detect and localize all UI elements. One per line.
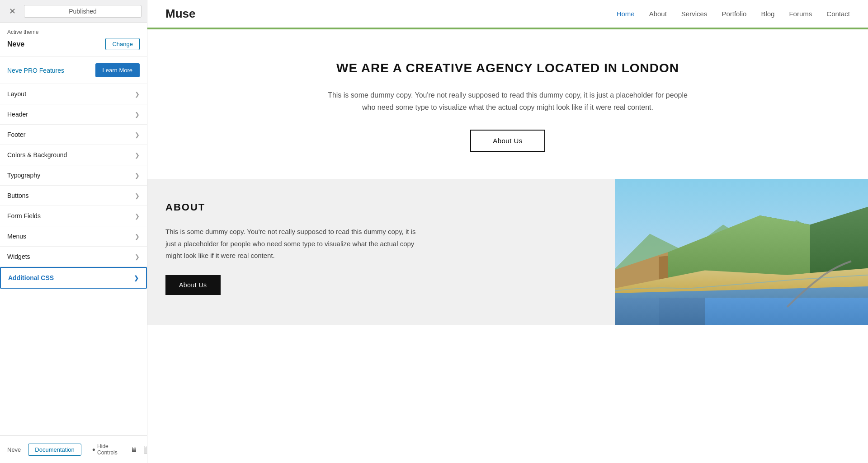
tablet-icon[interactable]: ⬜	[142, 444, 147, 455]
chevron-icon: ❯	[135, 131, 140, 138]
menu-item-label: Form Fields	[7, 212, 41, 220]
desktop-icon[interactable]: 🖥	[128, 444, 139, 454]
menu-item-label: Menus	[7, 233, 26, 240]
about-content: ABOUT This is some dummy copy. You're no…	[147, 179, 615, 325]
menu-item-label: Layout	[7, 90, 26, 98]
preview-area: Muse HomeAboutServicesPortfolioBlogForum…	[147, 0, 868, 463]
nav-link-home[interactable]: Home	[617, 10, 635, 18]
menu-item-label: Typography	[7, 172, 40, 179]
neve-pro-label: Neve PRO Features	[7, 67, 64, 74]
chevron-icon: ❯	[135, 111, 140, 118]
menu-item-label: Colors & Background	[7, 151, 67, 159]
menu-list: Layout❯Header❯Footer❯Colors & Background…	[0, 84, 147, 289]
menu-item-colors-background[interactable]: Colors & Background❯	[0, 145, 147, 165]
about-text: This is some dummy copy. You're not real…	[165, 226, 419, 262]
about-image	[615, 179, 868, 325]
chevron-icon: ❯	[135, 253, 140, 260]
hero-about-button[interactable]: About Us	[470, 130, 545, 152]
nav-link-portfolio[interactable]: Portfolio	[722, 10, 746, 18]
about-title: ABOUT	[165, 201, 597, 213]
svg-marker-7	[615, 286, 868, 325]
menu-item-additional-css[interactable]: Additional CSS❯	[0, 267, 147, 289]
published-badge: Published	[24, 5, 142, 18]
menu-item-typography[interactable]: Typography❯	[0, 165, 147, 186]
hide-controls-label: Hide Controls	[97, 443, 118, 456]
learn-more-button[interactable]: Learn More	[95, 63, 140, 77]
chevron-icon: ❯	[135, 192, 140, 199]
customizer-panel: ✕ Published Active theme Neve Change Nev…	[0, 0, 147, 463]
documentation-button[interactable]: Documentation	[28, 444, 81, 456]
nav-link-contact[interactable]: Contact	[826, 10, 850, 18]
nav-link-blog[interactable]: Blog	[761, 10, 774, 18]
menu-item-widgets[interactable]: Widgets❯	[0, 247, 147, 267]
chevron-icon: ❯	[135, 172, 140, 179]
bottom-bar: Neve Documentation ● Hide Controls 🖥 ⬜ 📱	[0, 435, 147, 463]
menu-item-menus[interactable]: Menus❯	[0, 226, 147, 247]
menu-item-label: Footer	[7, 131, 25, 138]
menu-item-label: Buttons	[7, 192, 28, 199]
hide-controls-button[interactable]: ● Hide Controls	[89, 441, 121, 458]
about-section: ABOUT This is some dummy copy. You're no…	[147, 179, 868, 325]
site-header: Muse HomeAboutServicesPortfolioBlogForum…	[147, 0, 868, 29]
menu-item-footer[interactable]: Footer❯	[0, 125, 147, 145]
menu-item-label: Header	[7, 111, 28, 118]
hero-section: WE ARE A CREATIVE AGENCY LOCATED IN LOND…	[147, 29, 868, 179]
hero-title: WE ARE A CREATIVE AGENCY LOCATED IN LOND…	[165, 61, 850, 75]
menu-item-label: Additional CSS	[8, 274, 54, 281]
menu-item-form-fields[interactable]: Form Fields❯	[0, 206, 147, 226]
neve-name: Neve	[7, 40, 24, 48]
chevron-icon: ❯	[135, 233, 140, 240]
active-theme-section: Active theme Neve Change	[0, 23, 147, 57]
device-icons: 🖥 ⬜ 📱	[128, 444, 147, 455]
hero-text: This is some dummy copy. You're not real…	[322, 89, 693, 113]
menu-item-label: Widgets	[7, 253, 30, 260]
chevron-icon: ❯	[135, 213, 140, 220]
chevron-icon: ❯	[134, 275, 139, 281]
site-nav: HomeAboutServicesPortfolioBlogForumsCont…	[617, 10, 850, 18]
circle-icon: ●	[92, 446, 95, 453]
active-theme-label: Active theme	[7, 29, 140, 35]
neve-pro-section: Neve PRO Features Learn More	[0, 57, 147, 84]
menu-item-layout[interactable]: Layout❯	[0, 84, 147, 104]
nav-link-forums[interactable]: Forums	[789, 10, 812, 18]
chevron-icon: ❯	[135, 152, 140, 159]
menu-item-header[interactable]: Header❯	[0, 104, 147, 125]
chevron-icon: ❯	[135, 91, 140, 98]
nav-link-about[interactable]: About	[649, 10, 667, 18]
about-button[interactable]: About Us	[165, 275, 221, 295]
neve-bottom-label: Neve	[7, 446, 21, 453]
active-theme-row: Neve Change	[7, 38, 140, 50]
site-logo: Muse	[165, 7, 195, 21]
close-button[interactable]: ✕	[5, 5, 19, 18]
nav-link-services[interactable]: Services	[681, 10, 708, 18]
panel-header: ✕ Published	[0, 0, 147, 23]
menu-item-buttons[interactable]: Buttons❯	[0, 186, 147, 206]
change-button[interactable]: Change	[105, 38, 140, 50]
